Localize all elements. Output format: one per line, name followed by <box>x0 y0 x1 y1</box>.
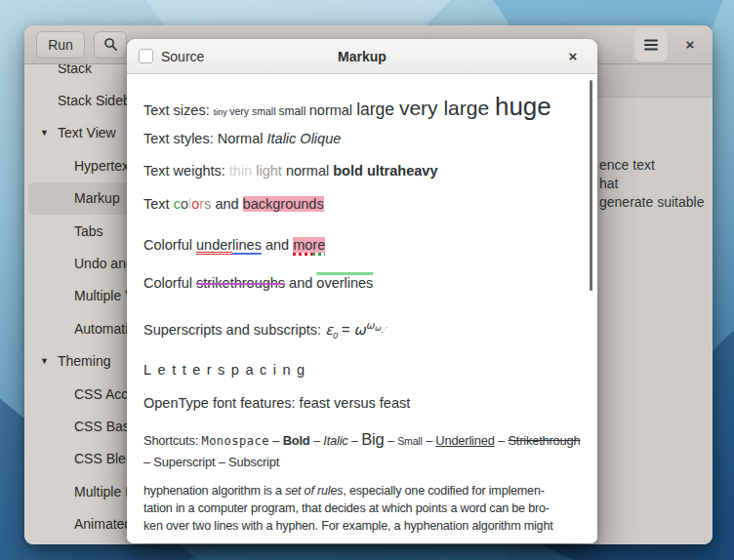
text-run: tiny <box>214 107 230 117</box>
sidebar-item-label: Theming <box>58 353 110 369</box>
text-run: and <box>211 196 242 212</box>
text-run: , especially one codified for implemen- <box>343 484 544 498</box>
sidebar-item-label: Hypertext <box>74 158 133 174</box>
shortcuts-line-1: Shortcuts: Monospace – Bold – Italic – B… <box>143 429 597 452</box>
text-run: very large <box>399 97 495 119</box>
line-text-colors: Text colors and backgrounds <box>143 196 597 218</box>
line-colorful-strikethroughs: Colorful strikethroughs and overlines <box>143 275 597 295</box>
line-text-weights: Text weights: thin light normal bold ult… <box>143 163 597 182</box>
text-run: normal <box>309 102 356 118</box>
window-close-button[interactable]: × <box>675 30 705 60</box>
text-run: versus <box>330 395 380 411</box>
text-run: under <box>196 237 232 253</box>
text-run: bold <box>333 163 367 179</box>
text-run: ultraheavy <box>367 163 438 179</box>
line-colorful-underlines: Colorful underlines and more <box>143 237 597 259</box>
text-run: Monospace <box>201 434 269 448</box>
text-run: light <box>256 163 286 179</box>
highlighted-text: backgrounds <box>243 196 324 212</box>
markup-text-view[interactable]: Text sizes: tiny very small small normal… <box>127 74 597 543</box>
info-line: generate suitable <box>599 193 713 212</box>
text-run: OpenType font features: <box>143 395 300 411</box>
text-run: large <box>356 100 399 119</box>
text-run: normal <box>286 163 333 179</box>
text-run: Small <box>397 435 422 447</box>
source-checkbox[interactable] <box>139 49 153 63</box>
text-run: Text <box>143 196 174 212</box>
close-icon: × <box>686 36 695 53</box>
text-run: hyphenation algorithm is a <box>143 484 285 498</box>
line-superscripts: Superscripts and subscripts: ε0 = ωωω⋰ <box>143 319 597 342</box>
text-run: very small <box>229 105 278 117</box>
run-button[interactable]: Run <box>36 31 85 59</box>
text-run: Italic <box>323 433 347 448</box>
info-line: hat <box>599 175 713 193</box>
text-run: = <box>338 322 354 338</box>
text-run: Superscript <box>153 455 215 469</box>
colored-letter: o <box>181 196 188 212</box>
expander-arrow-icon[interactable]: ▼ <box>40 356 49 366</box>
source-checkbox-label: Source <box>161 49 204 64</box>
dialog-headerbar: Source Markup × <box>127 39 597 74</box>
sidebar-item-label: Text View <box>58 125 116 140</box>
text-run: Letterspacing <box>143 362 311 378</box>
expander-arrow-icon[interactable]: ▼ <box>40 128 49 138</box>
text-run: Italic <box>267 131 301 146</box>
hamburger-icon <box>643 38 659 52</box>
search-button[interactable] <box>94 31 127 59</box>
paragraph-line: ken over two lines with a hyphen. For ex… <box>143 517 597 535</box>
math-run: ε <box>325 322 333 338</box>
text-run: – <box>143 455 153 469</box>
dialog-scrollbar[interactable] <box>590 80 592 291</box>
text-run: Big <box>361 430 384 448</box>
text-run: set of rules <box>285 484 343 498</box>
text-run: – <box>310 433 324 448</box>
line-text-sizes: Text sizes: tiny very small small normal… <box>143 92 597 121</box>
text-run: huge <box>495 92 551 121</box>
text-run: – <box>385 433 398 448</box>
text-run: thin <box>229 163 256 179</box>
text-run: Normal <box>218 131 267 146</box>
paragraph-line: hyphenation algorithm is a set of rules,… <box>143 482 597 500</box>
colored-letter: c <box>174 196 181 212</box>
menu-button[interactable] <box>634 28 668 61</box>
text-run: feast <box>300 395 330 411</box>
text-run: and <box>262 237 293 253</box>
shortcuts-line-2: – Superscript – Subscript <box>143 452 597 472</box>
text-run: – <box>495 433 509 448</box>
close-icon: × <box>569 48 578 64</box>
info-line: ence text <box>599 156 713 175</box>
line-hyphenation-paragraph: hyphenation algorithm is a set of rules,… <box>143 482 597 535</box>
text-run: Text weights: <box>143 163 229 179</box>
text-run: feast <box>380 395 410 411</box>
line-opentype-features: OpenType font features: feast versus fea… <box>143 395 597 415</box>
text-run: Text styles: <box>143 131 218 146</box>
line-letterspacing: Letterspacing <box>143 362 597 381</box>
text-run: Colorful <box>143 275 196 291</box>
text-run: ken over two lines with a hyphen. For ex… <box>143 519 553 533</box>
math-run: ω <box>354 322 366 338</box>
text-run: – <box>269 433 283 448</box>
text-run: Bold <box>283 433 310 448</box>
search-icon <box>103 37 118 52</box>
info-text-clipped: ence text hat generate suitable <box>599 156 713 211</box>
text-run: Colorful <box>143 237 196 253</box>
text-run: small <box>278 104 308 118</box>
text-run: tation in a computer program, that decid… <box>143 501 550 515</box>
text-run: Text sizes: <box>143 102 214 118</box>
text-run: Subscript <box>228 455 279 469</box>
text-run: and <box>285 275 316 291</box>
run-button-label: Run <box>48 37 73 53</box>
math-run: ω <box>366 319 375 331</box>
math-run: ⋰ <box>381 326 387 333</box>
line-shortcuts: Shortcuts: Monospace – Bold – Italic – B… <box>143 429 597 472</box>
sidebar-item-label: Markup <box>74 190 120 206</box>
text-run: – <box>423 433 436 448</box>
sidebar-item-label: Tabs <box>74 223 103 239</box>
text-run: Shortcuts: <box>143 433 201 448</box>
text-run: lines <box>232 237 262 253</box>
text-run: Strikethrough <box>508 433 580 448</box>
text-run: – <box>215 455 228 469</box>
dialog-close-button[interactable]: × <box>560 44 586 69</box>
markup-dialog: Source Markup × Text sizes: tiny very sm… <box>127 39 597 543</box>
